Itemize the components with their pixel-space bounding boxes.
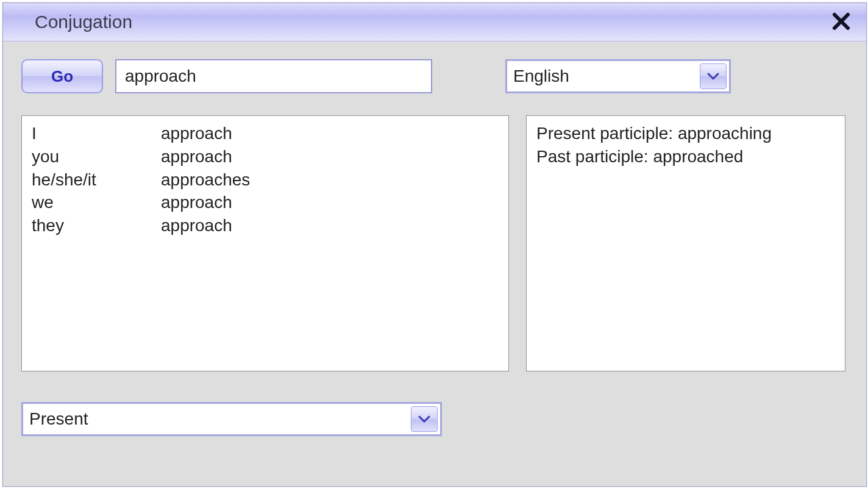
verb-form: approach bbox=[161, 145, 499, 168]
pronoun: he/she/it bbox=[32, 168, 161, 192]
window-title: Conjugation bbox=[35, 12, 132, 32]
verb-form: approach bbox=[161, 214, 499, 237]
language-select[interactable]: English bbox=[505, 59, 731, 93]
present-participle-label: Present participle: bbox=[536, 124, 673, 143]
top-controls-row: Go English bbox=[21, 59, 848, 93]
verb-form: approach bbox=[161, 191, 499, 214]
window-body: Go English I approach bbox=[3, 41, 866, 486]
close-button[interactable] bbox=[827, 7, 855, 37]
conjugation-window: Conjugation Go English bbox=[2, 2, 867, 487]
close-icon bbox=[832, 12, 850, 30]
go-button[interactable]: Go bbox=[21, 59, 103, 93]
tense-select[interactable]: Present bbox=[21, 402, 442, 436]
verb-input[interactable] bbox=[115, 59, 432, 93]
pronoun: they bbox=[32, 214, 161, 237]
chevron-down-icon bbox=[707, 72, 719, 81]
titlebar: Conjugation bbox=[3, 3, 866, 41]
verb-form: approaches bbox=[161, 168, 499, 192]
present-participle-row: Present participle: approaching bbox=[536, 122, 835, 145]
results-panels: I approach you approach he/she/it approa… bbox=[21, 115, 848, 371]
chevron-down-icon bbox=[418, 415, 430, 423]
conjugation-row: you approach bbox=[32, 145, 499, 168]
pronoun: I bbox=[32, 122, 161, 145]
participles-panel: Present participle: approaching Past par… bbox=[526, 115, 845, 371]
verb-form: approach bbox=[161, 122, 499, 145]
past-participle-label: Past participle: bbox=[536, 147, 649, 166]
dropdown-arrow-button[interactable] bbox=[411, 406, 438, 432]
pronoun: we bbox=[32, 191, 161, 214]
conjugation-row: he/she/it approaches bbox=[32, 168, 499, 192]
dropdown-arrow-button[interactable] bbox=[700, 63, 727, 89]
conjugation-panel: I approach you approach he/she/it approa… bbox=[21, 115, 509, 371]
past-participle-row: Past participle: approached bbox=[536, 145, 835, 168]
conjugation-row: they approach bbox=[32, 214, 499, 237]
tense-select-value: Present bbox=[29, 409, 88, 429]
present-participle-value: approaching bbox=[678, 124, 772, 143]
past-participle-value: approached bbox=[653, 147, 743, 166]
conjugation-row: I approach bbox=[32, 122, 499, 145]
conjugation-row: we approach bbox=[32, 191, 499, 214]
pronoun: you bbox=[32, 145, 161, 168]
language-select-value: English bbox=[513, 66, 569, 86]
